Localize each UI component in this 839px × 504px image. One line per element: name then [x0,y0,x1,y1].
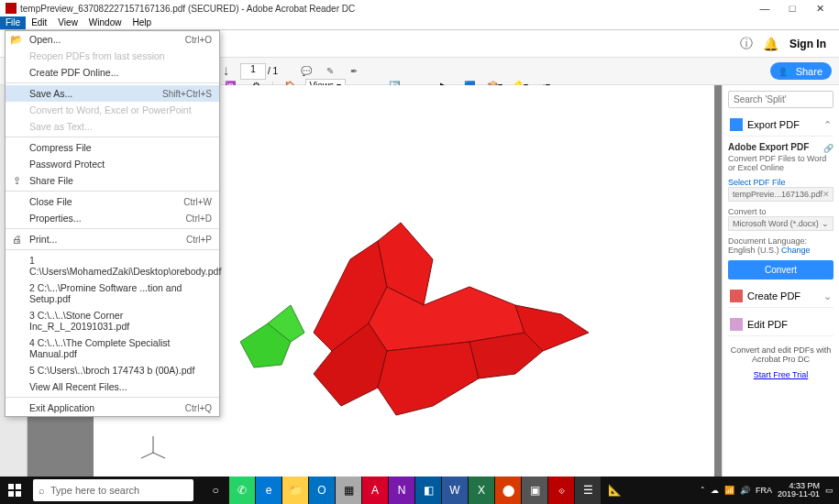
create-pdf-action[interactable]: Create PDF ⌄ [728,285,833,308]
menu-view[interactable]: View [52,16,83,29]
share-icon: ⇪ [10,175,23,187]
tools-search-input[interactable] [728,91,833,108]
doc-lang-value: English (U.S.) [728,246,779,255]
svg-line-11 [141,453,153,458]
recent-file-2[interactable]: 2 C:\...\Promine Software ...tion and Se… [6,279,219,307]
window-titlebar: tempPreview_637082227157167136.pdf (SECU… [0,0,839,16]
cortana-icon[interactable]: ○ [203,477,228,504]
svg-line-10 [153,453,165,458]
menu-save-as[interactable]: Save As... Shift+Ctrl+S [6,85,219,102]
menu-password-protect[interactable]: Password Protect [6,156,219,172]
edit-icon [730,318,743,331]
svg-rect-13 [16,484,21,489]
app-icon-6[interactable]: 📐 [602,477,627,504]
taskbar-search[interactable]: ⌕ Type here to search [33,479,193,501]
chevron-up-icon: ⌃ [823,119,832,131]
tray-cloud-icon[interactable]: ☁ [711,486,719,495]
word-icon[interactable]: W [442,477,468,504]
export-pdf-card: Adobe Export PDF 🔗 Convert PDF Files to … [728,142,833,279]
folder-icon: 📂 [10,34,23,46]
taskbar-clock[interactable]: 4:33 PM 2019-11-01 [778,482,820,499]
select-pdf-label: Select PDF File [728,178,833,187]
rendered-3d-model [240,204,607,424]
menu-convert-to: Convert to Word, Excel or PowerPoint [6,102,219,118]
app-icon-1[interactable]: ▦ [336,477,361,504]
system-tray: ˄ ☁ 📶 🔊 FRA 4:33 PM 2019-11-01 ▭ [701,482,839,499]
windows-taskbar: ⌕ Type here to search ○ ✆ e 📁 O ▦ A N ◧ … [0,477,839,504]
clock-date: 2019-11-01 [778,490,820,499]
doc-lang-label: Document Language: [728,236,833,246]
format-value: Microsoft Word (*.docx) [733,219,819,228]
app-icon [6,3,17,14]
svg-rect-15 [16,491,21,497]
menu-file[interactable]: File [0,16,26,29]
outlook-icon[interactable]: O [309,477,335,504]
change-lang-link[interactable]: Change [781,246,811,255]
view-all-recent[interactable]: View All Recent Files... [6,378,219,395]
edit-pdf-action[interactable]: Edit PDF [728,313,833,336]
share-button[interactable]: 👥 Share [770,62,832,80]
recent-file-4[interactable]: 4 C:\..\..\The Complete Specialist Manua… [6,334,219,362]
card-subtitle: Convert PDF Files to Word or Excel Onlin… [728,154,833,172]
onenote-icon[interactable]: N [389,477,414,504]
export-pdf-action[interactable]: Export PDF ⌃ [728,114,833,137]
taskbar-apps: ○ ✆ e 📁 O ▦ A N ◧ W X ⬤ ▣ ⟐ ☰ 📐 [203,477,627,504]
app-icon-2[interactable]: ◧ [415,477,441,504]
recent-file-1[interactable]: 1 C:\Users\MohamedZaki\Desktop\orebody.p… [6,252,219,279]
menu-print[interactable]: 🖨 Print... Ctrl+P [6,231,219,247]
tray-volume-icon[interactable]: 🔊 [740,486,750,495]
svg-rect-12 [8,484,14,489]
search-icon: ⌕ [39,485,45,496]
maximize-button[interactable]: □ [778,3,806,14]
bell-icon[interactable]: 🔔 [760,34,780,54]
menu-properties[interactable]: Properties... Ctrl+D [6,210,219,226]
app-icon-3[interactable]: ⬤ [495,477,521,504]
menu-compress[interactable]: Compress File [6,139,219,156]
whatsapp-icon[interactable]: ✆ [229,477,255,504]
clear-file-icon[interactable]: ✕ [822,190,830,199]
svg-rect-14 [8,491,14,497]
recent-file-5[interactable]: 5 C:\Users\..\broch 174743 b (00A).pdf [6,362,219,378]
taskbar-search-placeholder: Type here to search [50,485,139,496]
selected-file[interactable]: tempPrevie...167136.pdf ✕ [728,187,833,202]
menu-edit[interactable]: Edit [26,16,52,29]
edit-pdf-label: Edit PDF [747,319,788,330]
edge-icon[interactable]: e [256,477,282,504]
excel-icon[interactable]: X [469,477,494,504]
acrobat-icon[interactable]: ⟐ [548,477,574,504]
chevron-down-icon: ⌄ [822,219,829,228]
app-icon-4[interactable]: ▣ [522,477,547,504]
notifications-icon[interactable]: ▭ [825,486,833,495]
right-panel: Export PDF ⌃ Adobe Export PDF 🔗 Convert … [722,85,839,477]
tray-wifi-icon[interactable]: 📶 [724,486,734,495]
autocad-icon[interactable]: A [362,477,388,504]
menu-create-online[interactable]: Create PDF Online... [6,64,219,81]
minimize-button[interactable]: — [751,3,778,14]
convert-button[interactable]: Convert [728,260,833,279]
axis-indicator [139,434,167,462]
recent-file-3[interactable]: 3 C:\..\..\Stone Corner Inc_R_L_20191031… [6,307,219,334]
explorer-icon[interactable]: 📁 [282,477,308,504]
help-icon[interactable]: ⓘ [736,34,756,54]
export-pdf-label: Export PDF [747,119,800,130]
share-label: Share [796,66,822,77]
signin-button[interactable]: Sign In [789,38,826,50]
menu-window[interactable]: Window [83,16,127,29]
app-icon-5[interactable]: ☰ [575,477,601,504]
format-select[interactable]: Microsoft Word (*.docx) ⌄ [728,216,833,231]
menu-close-file[interactable]: Close File Ctrl+W [6,193,219,210]
tray-chevron-icon[interactable]: ˄ [701,486,705,495]
trial-link[interactable]: Start Free Trial [754,370,809,379]
menu-share-file[interactable]: ⇪ Share File [6,172,219,189]
menu-help[interactable]: Help [127,16,157,29]
selected-file-name: tempPrevie...167136.pdf [733,190,822,199]
svg-marker-7 [378,342,479,415]
start-button[interactable] [0,477,29,504]
menu-open[interactable]: 📂 Open... Ctrl+O [6,31,219,48]
link-icon[interactable]: 🔗 [823,144,833,153]
promo-text: Convert and edit PDFs with Acrobat Pro D… [728,345,833,364]
windows-icon [8,484,21,497]
menu-exit[interactable]: Exit Application Ctrl+Q [6,400,219,416]
tray-lang[interactable]: FRA [756,486,772,495]
close-button[interactable]: ✕ [806,3,833,15]
